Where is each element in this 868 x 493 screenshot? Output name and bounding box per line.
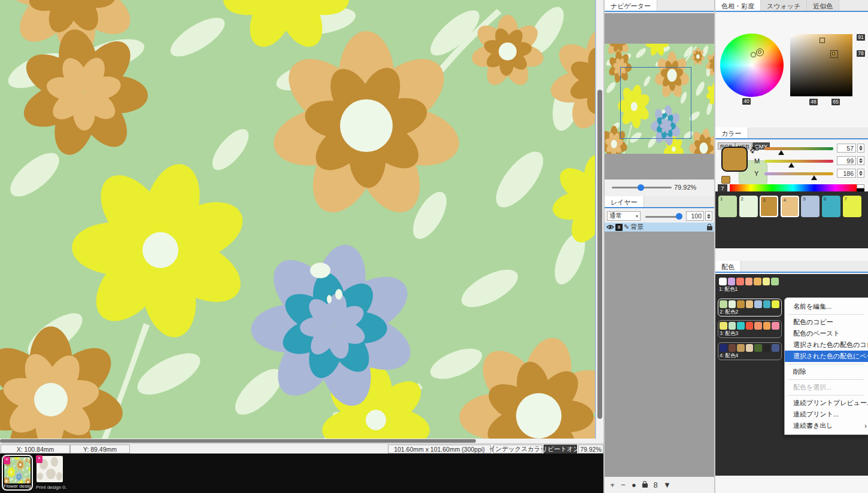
layer-thumbnail[interactable]: 8 [615, 224, 623, 231]
channel-m-stepper[interactable] [857, 156, 864, 165]
scheme-color-chip[interactable] [729, 344, 736, 352]
scheme-color-chip[interactable] [763, 322, 771, 330]
scheme-color-chip[interactable] [763, 300, 771, 308]
scheme-color-chip[interactable] [736, 278, 744, 285]
scheme-color-chip[interactable] [720, 322, 727, 330]
sv-marker[interactable] [820, 38, 825, 43]
menu-item[interactable]: 連続プリントプレビュー... [785, 397, 868, 409]
tab-layers[interactable]: レイヤー [605, 196, 644, 207]
scheme-color-chip[interactable] [754, 322, 762, 330]
menu-item[interactable]: 名前を編集... [785, 301, 868, 312]
remove-button[interactable]: − [620, 480, 626, 489]
vertical-scrollbar[interactable] [596, 0, 603, 439]
tab-schemes[interactable]: 配色 [715, 261, 741, 272]
channel-y-slider[interactable] [764, 172, 833, 175]
scheme-color-chip[interactable] [772, 322, 779, 330]
menu-button[interactable]: ▼ [663, 480, 671, 489]
menu-item[interactable]: 選択された色の配色のコピー [785, 339, 868, 351]
scheme-color-chip[interactable] [737, 300, 745, 308]
menu-item[interactable]: 連続プリント... [785, 409, 868, 420]
palette-swatch-5[interactable]: 5 [801, 196, 820, 217]
layer-opacity-slider[interactable] [645, 216, 680, 218]
palette-swatch-4[interactable]: 4 [781, 196, 799, 217]
channel-y-slider-thumb[interactable] [811, 175, 817, 180]
scheme-row-2[interactable]: 2: 配色2 [718, 299, 782, 317]
add-button[interactable]: + [609, 480, 615, 489]
palette-swatch-6[interactable]: 6 [822, 196, 840, 217]
blend-mode-select[interactable]: 通常▾ [607, 211, 641, 221]
tab-color[interactable]: カラー [715, 127, 748, 138]
layer-opacity-slider-thumb[interactable] [676, 213, 682, 220]
scheme-color-chip[interactable] [720, 300, 727, 308]
scheme-color-chip[interactable] [745, 278, 753, 285]
channel-c-stepper[interactable] [857, 144, 864, 153]
scheme-color-chip[interactable] [772, 300, 779, 308]
channel-m-slider[interactable] [764, 160, 833, 163]
tab-swatches[interactable]: スウォッチ [761, 0, 807, 11]
vertical-scrollbar-thumb[interactable] [597, 90, 602, 419]
layer-row-background[interactable]: 8 ✎ 背景 [605, 223, 714, 232]
zoom-readout[interactable]: 79.92% [578, 445, 603, 454]
scheme-color-chip[interactable] [763, 344, 771, 352]
document-thumbnail-flower-design[interactable]: * Flower desig [2, 455, 33, 491]
menu-item[interactable]: 選択された色の配色にペースト [785, 351, 868, 362]
layer-opacity-stepper[interactable] [705, 211, 712, 221]
hue-wheel-marker[interactable] [751, 52, 756, 57]
foreground-color-swatch[interactable] [721, 147, 748, 172]
horizontal-scrollbar-thumb[interactable] [0, 439, 476, 443]
channel-y-stepper[interactable] [857, 169, 864, 178]
scheme-row-1[interactable]: 1: 配色1 [718, 276, 782, 294]
scheme-color-chip[interactable] [729, 300, 736, 308]
scheme-color-chip[interactable] [737, 344, 745, 352]
foreground-mini-swatch[interactable] [721, 176, 730, 184]
menu-item[interactable]: 連続書き出し› [785, 420, 868, 431]
scheme-color-chip[interactable] [719, 278, 727, 285]
scheme-row-4[interactable]: 4: 配色4 [718, 342, 782, 360]
palette-swatch-3[interactable]: 3 [760, 196, 778, 217]
channel-c-slider[interactable] [764, 147, 833, 150]
menu-item[interactable]: 配色のペースト [785, 328, 868, 339]
channel-m-slider-thumb[interactable] [788, 163, 794, 168]
color-mode-button[interactable]: インデックスカラー [493, 445, 542, 454]
document-thumbnail-print-design[interactable]: * Print design 0... [35, 455, 66, 491]
scheme-color-chip[interactable] [746, 300, 754, 308]
sv-marker-selected[interactable] [830, 50, 838, 58]
tab-navigator[interactable]: ナビゲーター [605, 0, 657, 11]
tab-similar-colors[interactable]: 近似色 [807, 0, 839, 11]
tab-hue-saturation[interactable]: 色相・彩度 [715, 0, 761, 11]
layer-edit-pencil-icon[interactable]: ✎ [624, 223, 629, 231]
saturation-value-square[interactable] [790, 34, 852, 96]
palette-swatch-2[interactable]: 2 [739, 196, 758, 217]
lock-button[interactable] [642, 480, 648, 489]
channel-c-slider-thumb[interactable] [778, 150, 784, 155]
link-button[interactable]: 8 [652, 480, 658, 489]
scheme-color-chip[interactable] [754, 278, 761, 285]
scheme-color-chip[interactable] [746, 344, 754, 352]
scheme-color-chip[interactable] [754, 300, 762, 308]
scheme-color-chip[interactable] [763, 278, 770, 285]
scheme-color-chip[interactable] [729, 322, 736, 330]
hue-wheel[interactable] [720, 34, 784, 97]
scheme-color-chip[interactable] [746, 322, 754, 330]
horizontal-scrollbar[interactable] [0, 439, 596, 443]
layer-visibility-eye-icon[interactable] [606, 224, 614, 230]
scheme-color-chip[interactable] [772, 344, 779, 352]
menu-item[interactable]: 削除 [785, 366, 868, 378]
layer-opacity-value[interactable]: 100 [686, 211, 704, 221]
repeat-toggle-button[interactable]: リピートオン [544, 445, 577, 454]
navigator-view-rectangle[interactable] [620, 67, 691, 139]
channel-y-value[interactable]: 186 [837, 169, 856, 178]
scheme-color-chip[interactable] [737, 322, 745, 330]
menu-item[interactable]: 配色のコピー [785, 317, 868, 328]
navigator-zoom-slider-thumb[interactable] [638, 184, 644, 191]
layer-name[interactable]: 背景 [630, 223, 644, 232]
channel-m-value[interactable]: 99 [837, 156, 856, 165]
scheme-color-chip[interactable] [720, 344, 727, 352]
hue-wheel-marker-selected[interactable] [756, 48, 764, 56]
scheme-color-chip[interactable] [771, 278, 779, 285]
palette-swatch-1[interactable]: 1 [718, 196, 737, 217]
scheme-color-chip[interactable] [754, 344, 762, 352]
merge-button[interactable]: ● [631, 480, 637, 489]
design-canvas[interactable] [0, 0, 596, 439]
scheme-row-3[interactable]: 3: 配色3 [718, 320, 782, 338]
